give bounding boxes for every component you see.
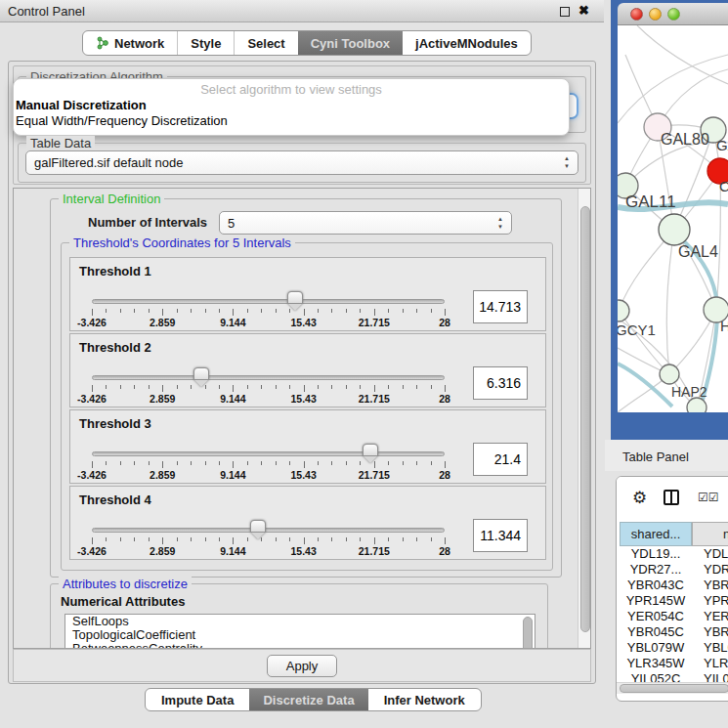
table-data-combo[interactable]: galFiltered.sif default node ▲▼ [25, 150, 578, 175]
close-traffic-light-icon[interactable] [630, 8, 643, 21]
attribute-list-item[interactable]: SelfLoops [65, 615, 535, 628]
network-node[interactable] [660, 364, 679, 384]
list-scrollbar-thumb[interactable] [523, 617, 533, 649]
table-row[interactable]: YER054CYER0 [617, 609, 728, 624]
tab-network[interactable]: Network [83, 31, 177, 55]
table-row[interactable]: YIL052CYIL0 [617, 671, 728, 682]
threshold-3-slider-track[interactable] [92, 451, 445, 456]
vertical-scrollbar-thumb[interactable] [580, 206, 590, 632]
threshold-1-label: Threshold 1 [79, 264, 151, 278]
threshold-3-slider-thumb[interactable] [363, 444, 378, 463]
threshold-3-value-field[interactable]: 21.4 [473, 443, 528, 476]
threshold-3-panel: Threshold 3 -3.4262.8599.14415.4321.7152… [69, 409, 546, 484]
tab-cyni-toolbox[interactable]: Cyni Toolbox [298, 31, 403, 55]
interval-scroll-panel: Interval Definition Number of Intervals … [13, 188, 591, 649]
num-intervals-label: Number of Intervals [88, 215, 207, 230]
tab-select[interactable]: Select [234, 31, 297, 55]
table-row[interactable]: YDR27...YDR2 [617, 562, 728, 578]
threshold-2-panel: Threshold 2 -3.4262.8599.14415.4321.7152… [69, 333, 546, 407]
threshold-4-slider-thumb[interactable] [250, 520, 266, 539]
attributes-group: Attributes to discretize Numerical Attri… [50, 583, 548, 649]
network-node-label: GA [716, 137, 728, 153]
threshold-4-slider-track[interactable] [92, 528, 445, 533]
threshold-1-value-field[interactable]: 14.713 [473, 290, 528, 323]
combo-spinner-icon: ▲▼ [563, 154, 571, 170]
close-icon[interactable]: ✖ [578, 3, 589, 18]
vertical-scrollbar[interactable] [578, 189, 591, 648]
table-data-group: Table Data galFiltered.sif default node … [18, 143, 586, 183]
column-header-shared-name[interactable]: shared... [620, 522, 692, 546]
apply-strip: Apply [13, 649, 591, 682]
network-node[interactable] [618, 300, 629, 321]
tab-infer-network[interactable]: Infer Network [368, 689, 481, 710]
column-header-name[interactable]: n [692, 522, 728, 546]
tab-discretize-data[interactable]: Discretize Data [249, 689, 367, 710]
popup-option-equal-width-frequency[interactable]: Equal Width/Frequency Discretization [14, 112, 569, 128]
table-body[interactable]: YDL19...YDL1YDR27...YDR2YBR043CYBR0YPR14… [617, 546, 728, 682]
threshold-1-slider-track[interactable] [92, 299, 445, 304]
threshold-1-panel: Threshold 1 -3.4262.8599.14415.4321.7152… [69, 257, 546, 331]
network-node-label: H [720, 318, 728, 334]
algorithm-popup-hint: Select algorithm to view settings [14, 82, 569, 97]
network-graph: GAL80GACGAL11GAL4GCY1HHAP2 [618, 25, 728, 412]
numerical-attributes-list[interactable]: SelfLoopsTopologicalCoefficientBetweenne… [64, 614, 535, 649]
tab-style[interactable]: Style [177, 31, 234, 55]
threshold-2-slider-track[interactable] [92, 375, 445, 380]
attribute-list-item[interactable]: TopologicalCoefficient [65, 628, 535, 642]
num-intervals-value: 5 [228, 216, 235, 231]
network-view[interactable]: GAL80GACGAL11GAL4GCY1HHAP2 [618, 25, 728, 412]
table-row[interactable]: YLR345WYLR3 [617, 656, 728, 671]
table-row[interactable]: YDL19...YDL1 [617, 546, 728, 562]
table-panel-titlebar: Table Panel [605, 440, 728, 471]
network-window-titlebar[interactable] [618, 3, 728, 25]
network-node-label: GAL80 [661, 131, 709, 148]
bottom-tabbar: Impute Data Discretize Data Infer Networ… [145, 688, 482, 711]
threshold-4-value-field[interactable]: 11.344 [473, 519, 528, 552]
threshold-2-slider-thumb[interactable] [193, 367, 209, 387]
gear-icon[interactable]: ⚙ [632, 488, 647, 508]
table-data-group-title: Table Data [26, 136, 95, 150]
table-row[interactable]: YBL079WYBL0 [617, 640, 728, 656]
tab-network-label: Network [114, 36, 164, 51]
horizontal-scrollbar[interactable] [617, 682, 728, 694]
float-icon[interactable] [560, 7, 570, 17]
network-node-label: HAP2 [671, 384, 707, 400]
attribute-list-item[interactable]: BetweennessCentrality [65, 642, 535, 649]
minimize-traffic-light-icon[interactable] [649, 8, 662, 21]
network-node-label: GCY1 [618, 321, 656, 338]
network-node[interactable] [687, 398, 707, 412]
horizontal-scrollbar-thumb[interactable] [620, 684, 728, 693]
control-panel-titlebar: Control Panel ✖ [0, 0, 604, 22]
apply-button[interactable]: Apply [267, 655, 337, 677]
threshold-2-value-field[interactable]: 6.316 [473, 366, 528, 400]
algorithm-dropdown-popup: Select algorithm to view settings Manual… [13, 78, 570, 136]
combo-spinner-icon: ▲▼ [496, 215, 504, 231]
attributes-group-title: Attributes to discretize [59, 577, 192, 591]
table-row[interactable]: YBR045CYBR0 [617, 624, 728, 640]
table-panel-title: Table Panel [622, 450, 689, 464]
top-tabbar: Network Style Select Cyni Toolbox jActiv… [82, 30, 532, 56]
split-columns-icon[interactable] [664, 490, 679, 505]
zoom-traffic-light-icon[interactable] [667, 8, 680, 21]
num-intervals-combo[interactable]: 5 ▲▼ [219, 211, 512, 235]
table-row[interactable]: YBR043CYBR0 [617, 578, 728, 593]
network-icon [96, 36, 109, 50]
table-header-row: shared... n [617, 522, 728, 546]
tab-impute-data[interactable]: Impute Data [146, 689, 249, 710]
network-node-label: GAL4 [678, 243, 718, 260]
select-columns-icon[interactable]: ☑☑ [698, 491, 719, 504]
popup-option-manual-discretization[interactable]: Manual Discretization [14, 97, 569, 112]
interval-definition-group: Interval Definition Number of Intervals … [50, 198, 562, 578]
tab-jactivemnodules[interactable]: jActiveMNodules [403, 31, 531, 55]
network-node[interactable] [659, 214, 690, 245]
screen: Control Panel ✖ Network Style Select Cyn… [0, 0, 728, 728]
threshold-4-label: Threshold 4 [79, 492, 151, 507]
threshold-1-slider-thumb[interactable] [287, 291, 303, 311]
thresholds-group-title: Threshold's Coordinates for 5 Intervals [69, 236, 295, 250]
threshold-2-label: Threshold 2 [79, 340, 151, 355]
numerical-attributes-label: Numerical Attributes [61, 594, 185, 609]
threshold-4-panel: Threshold 4 -3.4262.8599.14415.4321.7152… [69, 486, 546, 560]
control-panel-title: Control Panel [8, 4, 85, 19]
network-node-label: C [719, 178, 728, 194]
table-row[interactable]: YPR145WYPR1 [617, 593, 728, 609]
